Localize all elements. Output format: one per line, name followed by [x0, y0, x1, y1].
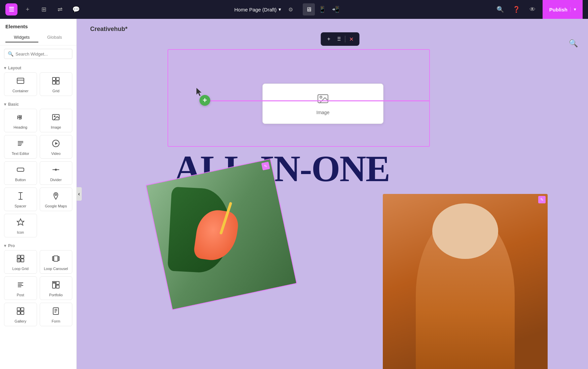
section-basic: ▾ Basic	[0, 99, 76, 109]
topbar: ☰ + ⊞ ⇌ 💬 Creativehub* Home Page (Draft)…	[0, 0, 588, 19]
page-settings-button[interactable]: ⚙	[285, 4, 296, 15]
section-arrow-pro: ▾	[4, 243, 6, 248]
widget-icon[interactable]: Icon	[4, 214, 37, 237]
image-widget-label: Image	[51, 125, 61, 129]
flower-edit-icon[interactable]: ✎	[261, 162, 270, 170]
comments-button[interactable]: 💬	[70, 3, 82, 15]
icon-label: Icon	[17, 230, 24, 234]
layers-button[interactable]: ⊞	[38, 3, 50, 15]
fashion-bg	[383, 194, 548, 369]
svg-rect-43	[17, 311, 20, 314]
layout-widgets: Container Grid	[0, 72, 76, 96]
desktop-view-button[interactable]: 🖥	[303, 3, 315, 15]
search-input[interactable]	[15, 52, 69, 57]
loop-carousel-icon	[52, 255, 60, 265]
button-label: Button	[15, 178, 26, 182]
canvas-search-icon[interactable]: 🔍	[569, 39, 578, 48]
publish-arrow[interactable]: ▾	[570, 7, 576, 12]
widget-grid[interactable]: Grid	[40, 72, 73, 96]
canvas-area[interactable]: Creativehub* 🔍 + ⠿ ✕ Image	[77, 19, 588, 369]
add-icon: +	[203, 96, 207, 105]
search-icon: 🔍	[8, 51, 13, 57]
widget-text-editor[interactable]: Text Editor	[4, 135, 37, 159]
section-layout-label: Layout	[8, 66, 21, 70]
page-title-label: Home Page (Draft)	[234, 7, 277, 12]
container-label: Container	[12, 89, 29, 93]
sidebar-tabs: Widgets Globals	[5, 33, 71, 42]
collapse-icon: ‹	[78, 191, 80, 197]
widget-heading[interactable]: T Heading	[4, 109, 37, 132]
svg-rect-26	[17, 255, 20, 258]
image-placeholder-label: Image	[317, 110, 330, 115]
page-name-chevron: ▾	[279, 6, 281, 12]
spacer-icon	[16, 192, 25, 202]
divider-label: Divider	[50, 178, 62, 182]
preview-button[interactable]: 👁	[526, 3, 539, 15]
svg-rect-29	[21, 259, 24, 262]
grid-label: Grid	[52, 89, 60, 93]
section-arrow-basic: ▾	[4, 102, 6, 107]
widget-post[interactable]: Post	[4, 276, 37, 300]
widget-gallery[interactable]: Gallery	[4, 303, 37, 326]
button-widget-icon	[16, 166, 25, 176]
tab-globals[interactable]: Globals	[38, 33, 71, 42]
widget-loop-carousel[interactable]: Loop Carousel	[40, 250, 73, 274]
sidebar-content: ▾ Layout Container	[0, 62, 76, 369]
svg-rect-41	[17, 308, 20, 311]
add-element-button[interactable]: +	[199, 95, 210, 106]
grid-icon	[52, 77, 60, 87]
svg-rect-44	[21, 311, 24, 314]
fashion-image-widget[interactable]: ✎	[383, 194, 548, 369]
widget-spacer[interactable]: Spacer	[4, 188, 37, 211]
toolbar-add-button[interactable]: +	[324, 34, 334, 44]
widget-form[interactable]: Form	[40, 303, 73, 326]
flower-bg	[146, 159, 296, 309]
tab-widgets[interactable]: Widgets	[5, 33, 38, 42]
text-editor-icon	[16, 139, 25, 149]
help-button[interactable]: ❓	[510, 3, 522, 15]
add-page-button[interactable]: +	[22, 3, 34, 15]
svg-point-20	[55, 169, 57, 170]
container-icon	[16, 77, 25, 87]
svg-rect-4	[52, 81, 56, 84]
portfolio-label: Portfolio	[49, 293, 63, 297]
mobile-view-button[interactable]: 📲	[330, 3, 342, 15]
gallery-icon	[16, 307, 25, 317]
svg-rect-39	[56, 285, 59, 288]
widget-divider[interactable]: Divider	[40, 161, 73, 185]
widget-portfolio[interactable]: Portfolio	[40, 276, 73, 300]
svg-rect-27	[21, 255, 24, 258]
widget-container[interactable]: Container	[4, 72, 37, 96]
app-logo[interactable]: ☰	[5, 3, 17, 15]
widget-video[interactable]: Video	[40, 135, 73, 159]
svg-rect-32	[58, 257, 59, 261]
post-label: Post	[17, 293, 24, 297]
page-name[interactable]: Creativehub* Home Page (Draft) ▾	[234, 6, 281, 12]
sidebar-header: Elements Widgets Globals	[0, 19, 76, 45]
widget-google-maps[interactable]: Google Maps	[40, 188, 73, 211]
widget-search-bar[interactable]: 🔍	[4, 49, 72, 59]
icon-widget-icon	[16, 218, 25, 228]
widget-button[interactable]: Button	[4, 161, 37, 185]
svg-rect-3	[56, 77, 59, 80]
toolbar-close-button[interactable]: ✕	[347, 34, 356, 44]
publish-label: Publish	[549, 7, 567, 12]
site-structure-button[interactable]: ⇌	[54, 3, 66, 15]
sidebar-collapse-button[interactable]: ‹	[76, 187, 82, 201]
widget-loop-grid[interactable]: Loop Grid	[4, 250, 37, 274]
pro-widgets: Loop Grid Loop Carousel	[0, 250, 76, 326]
svg-rect-18	[17, 168, 24, 171]
widget-image[interactable]: Image	[40, 109, 73, 132]
fashion-edit-icon[interactable]: ✎	[538, 196, 546, 203]
svg-point-50	[320, 96, 322, 98]
search-button[interactable]: 🔍	[494, 3, 506, 15]
image-widget-card[interactable]: Image	[262, 83, 383, 124]
toolbar-drag-handle[interactable]: ⠿	[334, 34, 344, 44]
loop-grid-icon	[16, 255, 25, 265]
flower-image-widget[interactable]: ✎	[146, 159, 297, 310]
loop-carousel-label: Loop Carousel	[44, 267, 68, 271]
form-label: Form	[51, 319, 60, 323]
loop-grid-label: Loop Grid	[12, 267, 29, 271]
tablet-view-button[interactable]: 📱	[316, 3, 328, 15]
publish-button[interactable]: Publish ▾	[543, 0, 583, 19]
